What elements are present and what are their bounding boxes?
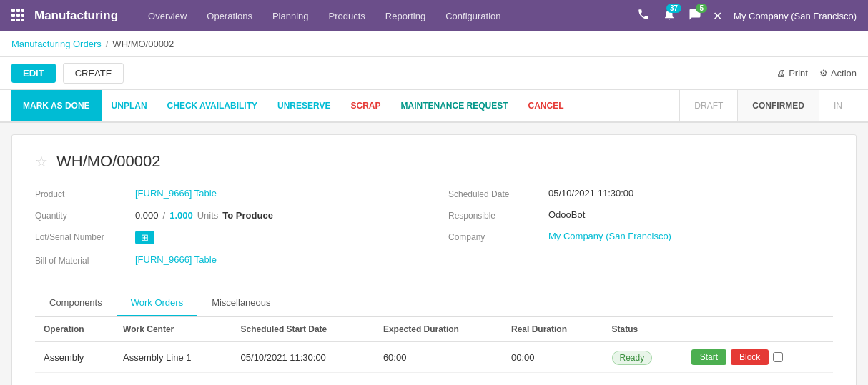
field-company: Company My Company (San Francisco) <box>448 231 833 242</box>
cell-operation: Assembly <box>35 342 114 373</box>
responsible-label: Responsible <box>448 209 548 221</box>
cell-real-duration: 00:00 <box>503 342 603 373</box>
col-operation: Operation <box>35 317 114 342</box>
gear-icon: ⚙ <box>819 68 828 79</box>
form-title: WH/MO/00002 <box>56 152 161 171</box>
nav-planning[interactable]: Planning <box>262 0 319 31</box>
tab-miscellaneous[interactable]: Miscellaneous <box>197 290 285 316</box>
action-bar: MARK AS DONE UNPLAN CHECK AVAILABILITY U… <box>0 90 868 123</box>
activity-badge: 37 <box>666 4 681 13</box>
breadcrumb-parent[interactable]: Manufacturing Orders <box>11 39 102 49</box>
cell-row-actions: Start Block <box>683 342 833 373</box>
row-checkbox[interactable] <box>773 352 783 362</box>
action-button[interactable]: ⚙ Action <box>819 68 857 79</box>
action-label: Action <box>831 68 857 79</box>
nav-configuration[interactable]: Configuration <box>435 0 511 31</box>
col-expected-duration: Expected Duration <box>375 317 503 342</box>
start-button[interactable]: Start <box>691 349 726 365</box>
tab-components[interactable]: Components <box>35 290 117 316</box>
col-actions <box>683 317 833 342</box>
company-value[interactable]: My Company (San Francisco) <box>548 231 671 242</box>
lot-button[interactable]: ⊞ <box>135 231 154 244</box>
nav-right: 37 5 ✕ My Company (San Francisco) <box>637 8 857 24</box>
col-real-duration: Real Duration <box>503 317 603 342</box>
print-label: Print <box>789 68 808 79</box>
bom-label: Bill of Material <box>35 254 135 266</box>
message-icon[interactable]: 5 <box>689 8 701 24</box>
toolbar-right: 🖨 Print ⚙ Action <box>776 68 857 79</box>
activity-icon[interactable]: 37 <box>663 8 676 24</box>
nav-operations[interactable]: Operations <box>197 0 262 31</box>
qty-sep: / <box>163 210 166 221</box>
close-icon[interactable]: ✕ <box>713 9 722 23</box>
form-title-row: ☆ WH/MO/00002 <box>35 152 833 171</box>
status-draft: DRAFT <box>679 90 737 121</box>
form-fields: Product [FURN_9666] Table Quantity 0.000… <box>35 188 833 276</box>
status-in: IN <box>819 90 857 121</box>
form-col-right: Scheduled Date 05/10/2021 11:30:00 Respo… <box>448 188 833 276</box>
table-header-row: Operation Work Center Scheduled Start Da… <box>35 317 833 342</box>
svg-rect-8 <box>21 19 24 21</box>
cancel-button[interactable]: CANCEL <box>518 90 574 121</box>
phone-icon[interactable] <box>637 8 650 24</box>
grid-icon[interactable] <box>11 9 24 24</box>
product-label: Product <box>35 188 135 199</box>
tabs-bar: Components Work Orders Miscellaneous <box>35 290 833 317</box>
svg-rect-7 <box>16 19 20 21</box>
unplan-button[interactable]: UNPLAN <box>102 90 157 121</box>
cell-expected-duration: 60:00 <box>375 342 503 373</box>
breadcrumb: Manufacturing Orders / WH/MO/00002 <box>0 31 868 57</box>
work-orders-table: Operation Work Center Scheduled Start Da… <box>35 317 833 373</box>
breadcrumb-current: WH/MO/00002 <box>112 39 174 49</box>
app-name: Manufacturing <box>34 9 118 23</box>
svg-rect-6 <box>11 19 15 21</box>
scrap-button[interactable]: SCRAP <box>340 90 390 121</box>
company-name: My Company (San Francisco) <box>734 11 857 21</box>
svg-rect-3 <box>11 14 15 17</box>
status-badge: Ready <box>612 351 653 365</box>
nav-overview[interactable]: Overview <box>138 0 197 31</box>
top-nav: Manufacturing Overview Operations Planni… <box>0 0 868 31</box>
nav-products[interactable]: Products <box>319 0 375 31</box>
qty-target[interactable]: 1.000 <box>169 210 193 221</box>
edit-button[interactable]: EDIT <box>11 64 56 83</box>
qty-to-produce: To Produce <box>222 210 273 221</box>
cell-work-center: Assembly Line 1 <box>114 342 232 373</box>
qty-done: 0.000 <box>135 210 159 221</box>
maintenance-request-button[interactable]: MAINTENANCE REQUEST <box>391 90 518 121</box>
lot-label: Lot/Serial Number <box>35 231 135 244</box>
field-bom: Bill of Material [FURN_9666] Table <box>35 254 420 266</box>
block-button[interactable]: Block <box>731 349 769 365</box>
scheduled-date-value: 05/10/2021 11:30:00 <box>548 188 633 199</box>
table-row: Assembly Assembly Line 1 05/10/2021 11:3… <box>35 342 833 373</box>
favorite-icon[interactable]: ☆ <box>35 153 48 170</box>
mark-as-done-button[interactable]: MARK AS DONE <box>11 90 102 121</box>
field-quantity: Quantity 0.000 / 1.000 Units To Produce <box>35 209 420 221</box>
print-button[interactable]: 🖨 Print <box>776 68 808 79</box>
toolbar: EDIT CREATE 🖨 Print ⚙ Action <box>0 57 868 90</box>
print-icon: 🖨 <box>776 68 786 79</box>
product-value[interactable]: [FURN_9666] Table <box>135 188 217 199</box>
tab-work-orders[interactable]: Work Orders <box>117 290 197 316</box>
row-action-buttons: Start Block <box>691 349 824 365</box>
nav-links: Overview Operations Planning Products Re… <box>138 0 511 31</box>
check-availability-button[interactable]: CHECK AVAILABILITY <box>157 90 267 121</box>
nav-reporting[interactable]: Reporting <box>375 0 435 31</box>
qty-units: Units <box>197 210 219 221</box>
field-lot: Lot/Serial Number ⊞ <box>35 231 420 244</box>
col-scheduled-start: Scheduled Start Date <box>232 317 375 342</box>
svg-rect-4 <box>16 14 20 17</box>
field-scheduled-date: Scheduled Date 05/10/2021 11:30:00 <box>448 188 833 199</box>
responsible-value: OdooBot <box>548 209 585 221</box>
unreserve-button[interactable]: UNRESERVE <box>267 90 340 121</box>
table-body: Assembly Assembly Line 1 05/10/2021 11:3… <box>35 342 833 373</box>
company-label: Company <box>448 231 548 242</box>
form-card: ☆ WH/MO/00002 Product [FURN_9666] Table … <box>11 134 857 385</box>
col-status: Status <box>603 317 683 342</box>
form-col-left: Product [FURN_9666] Table Quantity 0.000… <box>35 188 420 276</box>
quantity-label: Quantity <box>35 209 135 221</box>
main-content: ☆ WH/MO/00002 Product [FURN_9666] Table … <box>0 123 868 385</box>
bom-value[interactable]: [FURN_9666] Table <box>135 254 217 266</box>
create-button[interactable]: CREATE <box>63 63 124 84</box>
cell-scheduled-start: 05/10/2021 11:30:00 <box>232 342 375 373</box>
